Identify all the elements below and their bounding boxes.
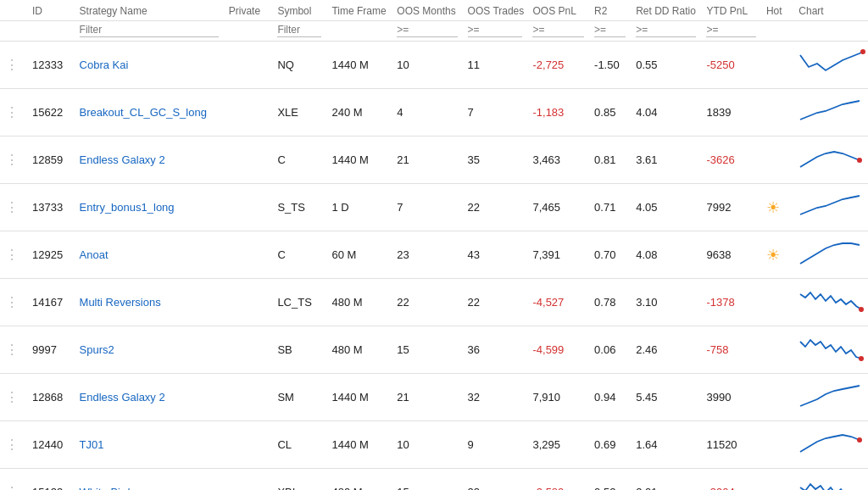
drag-handle-icon[interactable]: ⋮ — [5, 105, 18, 120]
col-ret-dd-header[interactable]: Ret DD Ratio — [631, 0, 701, 21]
row-id: 12859 — [27, 136, 75, 184]
strategy-name-link[interactable]: Spurs2 — [80, 343, 114, 356]
row-timeframe: 1440 M — [326, 136, 392, 184]
drag-handle-cell[interactable]: ⋮ — [0, 421, 27, 469]
ret-dd-filter[interactable] — [636, 23, 696, 37]
row-strategy-name[interactable]: Multi Reversions — [75, 279, 224, 326]
filter-oos-pnl-cell[interactable] — [527, 21, 589, 42]
strategy-name-link[interactable]: TJ01 — [80, 438, 104, 451]
drag-handle-cell[interactable]: ⋮ — [0, 326, 27, 374]
r2-filter[interactable] — [594, 23, 626, 37]
filter-name-cell[interactable] — [75, 21, 224, 42]
filter-r2-cell[interactable] — [589, 21, 631, 42]
drag-handle-cell[interactable]: ⋮ — [0, 231, 27, 279]
row-strategy-name[interactable]: Entry_bonus1_long — [75, 184, 224, 231]
drag-handle-icon[interactable]: ⋮ — [5, 153, 18, 167]
row-ret-dd: 4.05 — [631, 184, 701, 231]
row-oos-pnl: -2,725 — [527, 42, 589, 89]
col-id-header[interactable]: ID — [27, 0, 75, 21]
strategy-name-link[interactable]: Breakout_CL_GC_S_long — [80, 106, 207, 119]
drag-handle-cell[interactable]: ⋮ — [0, 184, 27, 231]
drag-handle-cell[interactable]: ⋮ — [0, 279, 27, 326]
drag-handle-cell[interactable]: ⋮ — [0, 42, 27, 89]
drag-handle-cell[interactable]: ⋮ — [0, 136, 27, 184]
row-oos-months: 7 — [392, 184, 462, 231]
row-strategy-name[interactable]: Endless Galaxy 2 — [75, 374, 224, 421]
row-r2: 0.70 — [589, 231, 631, 279]
row-ytd-pnl: 3990 — [701, 374, 760, 421]
row-ret-dd: 2.01 — [631, 469, 701, 491]
strategy-name-link[interactable]: Multi Reversions — [80, 296, 161, 309]
row-strategy-name[interactable]: White Bird new — [75, 469, 224, 491]
drag-handle-icon[interactable]: ⋮ — [5, 342, 18, 357]
row-strategy-name[interactable]: Spurs2 — [75, 326, 224, 374]
col-oos-trades-header[interactable]: OOS Trades — [463, 0, 528, 21]
drag-handle-icon[interactable]: ⋮ — [5, 485, 18, 490]
filter-oos-months-cell[interactable] — [392, 21, 462, 42]
strategy-name-link[interactable]: Endless Galaxy 2 — [80, 153, 165, 166]
col-private-header[interactable]: Private — [224, 0, 273, 21]
col-symbol-header[interactable]: Symbol — [272, 0, 326, 21]
row-strategy-name[interactable]: Breakout_CL_GC_S_long — [75, 89, 224, 136]
row-id: 9997 — [27, 326, 75, 374]
symbol-filter[interactable] — [277, 23, 321, 37]
row-strategy-name[interactable]: Endless Galaxy 2 — [75, 136, 224, 184]
col-r2-header[interactable]: R2 — [589, 0, 631, 21]
drag-handle-icon[interactable]: ⋮ — [5, 437, 18, 452]
strategy-name-link[interactable]: Anoat — [80, 248, 108, 261]
drag-handle-icon[interactable]: ⋮ — [5, 390, 18, 404]
drag-handle-cell[interactable]: ⋮ — [0, 469, 27, 491]
row-oos-trades: 35 — [463, 136, 528, 184]
row-private — [224, 231, 273, 279]
row-ret-dd: 3.10 — [631, 279, 701, 326]
row-oos-pnl: 7,465 — [527, 184, 589, 231]
row-hot — [761, 279, 793, 326]
row-oos-trades: 36 — [463, 326, 528, 374]
strategy-name-filter[interactable] — [80, 23, 219, 37]
row-oos-trades: 7 — [463, 89, 528, 136]
oos-months-filter[interactable] — [397, 23, 457, 37]
filter-symbol-cell[interactable] — [272, 21, 326, 42]
row-strategy-name[interactable]: TJ01 — [75, 421, 224, 469]
row-r2: 0.85 — [589, 89, 631, 136]
row-ytd-pnl: -758 — [701, 326, 760, 374]
filter-ytd-cell[interactable] — [701, 21, 760, 42]
ytd-pnl-filter[interactable] — [706, 23, 755, 37]
drag-handle-icon[interactable]: ⋮ — [5, 295, 18, 309]
drag-handle-cell[interactable]: ⋮ — [0, 89, 27, 136]
col-oos-months-header[interactable]: OOS Months — [392, 0, 462, 21]
drag-handle-icon[interactable]: ⋮ — [5, 248, 18, 262]
row-ret-dd: 2.46 — [631, 326, 701, 374]
col-ytd-pnl-header[interactable]: YTD PnL — [701, 0, 760, 21]
row-oos-trades: 32 — [463, 374, 528, 421]
col-oos-pnl-header[interactable]: OOS PnL — [527, 0, 589, 21]
strategy-name-link[interactable]: Cobra Kai — [80, 58, 129, 71]
strategy-name-link[interactable]: White Bird new — [80, 486, 153, 490]
row-timeframe: 1 D — [326, 184, 392, 231]
row-r2: 0.78 — [589, 279, 631, 326]
row-oos-pnl: -4,527 — [527, 279, 589, 326]
row-timeframe: 60 M — [326, 231, 392, 279]
drag-handle-cell[interactable]: ⋮ — [0, 374, 27, 421]
row-chart — [793, 374, 868, 421]
strategy-name-link[interactable]: Entry_bonus1_long — [80, 201, 175, 214]
filter-oos-trades-cell[interactable] — [463, 21, 528, 42]
row-strategy-name[interactable]: Anoat — [75, 231, 224, 279]
row-r2: 0.52 — [589, 469, 631, 491]
drag-handle-icon[interactable]: ⋮ — [5, 58, 18, 72]
svg-point-0 — [860, 49, 865, 54]
row-strategy-name[interactable]: Cobra Kai — [75, 42, 224, 89]
table-row: ⋮15123White Bird newXBI480 M1523-2,5800.… — [0, 469, 868, 491]
oos-trades-filter[interactable] — [468, 23, 523, 37]
drag-handle-icon[interactable]: ⋮ — [5, 200, 18, 214]
filter-ret-dd-cell[interactable] — [631, 21, 701, 42]
col-tf-header[interactable]: Time Frame — [326, 0, 392, 21]
col-name-header[interactable]: Strategy Name — [75, 0, 224, 21]
row-ytd-pnl: 9638 — [701, 231, 760, 279]
row-oos-trades: 11 — [463, 42, 528, 89]
oos-pnl-filter[interactable] — [532, 23, 584, 37]
row-ytd-pnl: 1839 — [701, 89, 760, 136]
strategy-name-link[interactable]: Endless Galaxy 2 — [80, 391, 165, 404]
row-ret-dd: 0.55 — [631, 42, 701, 89]
row-oos-months: 21 — [392, 374, 462, 421]
